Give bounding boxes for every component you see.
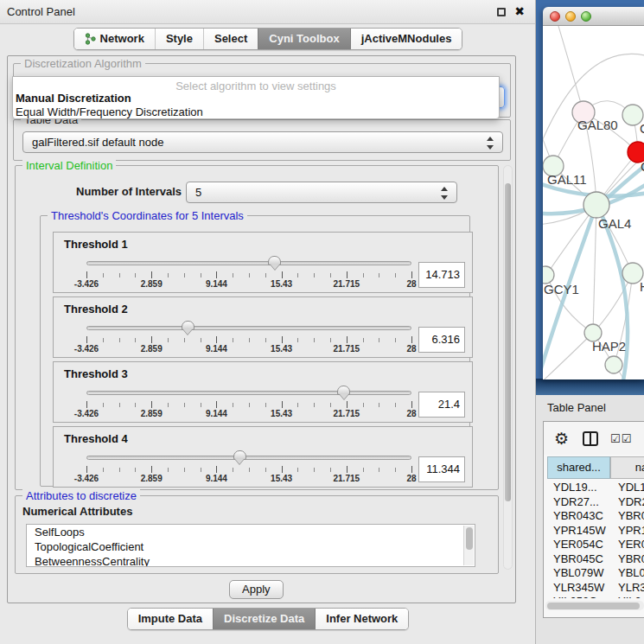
table-cell: YDR27... — [547, 495, 610, 510]
table-row[interactable]: YDL19...YDL1 — [547, 481, 644, 495]
network-node[interactable] — [605, 356, 622, 373]
threshold-slider[interactable]: -3.4262.8599.14415.4321.71528 — [86, 320, 411, 356]
dropdown-option-equal-width[interactable]: Equal Width/Frequency Discretization — [16, 105, 203, 118]
table-row[interactable]: YDR27...YDR2 — [547, 495, 644, 510]
table-cell: YBR043C — [547, 509, 610, 524]
threshold-value-field[interactable]: 6.316 — [418, 327, 465, 353]
slider-track[interactable] — [86, 391, 411, 395]
table-row[interactable]: YBL079WYBL0 — [547, 566, 644, 581]
slider-track[interactable] — [86, 326, 411, 330]
threshold-label: Threshold 2 — [64, 303, 128, 316]
table-row[interactable]: YIL052CYIL0 — [547, 595, 644, 598]
bottom-tab-segmented-control: Impute DataDiscretize DataInfer Network — [127, 608, 410, 630]
tab-infer-network[interactable]: Infer Network — [315, 609, 408, 629]
column-header-name[interactable]: na — [610, 456, 644, 479]
tab-cyni-toolbox[interactable]: Cyni Toolbox — [258, 29, 349, 49]
threshold-value-field[interactable]: 14.713 — [418, 262, 465, 288]
thresholds-group-title: Threshold's Coordinates for 5 Intervals — [48, 209, 247, 222]
main-vertical-scrollbar[interactable] — [503, 165, 513, 570]
tab-jactivemnodules[interactable]: jActiveMNodules — [350, 29, 462, 49]
number-of-intervals-label: Number of Intervals — [76, 185, 182, 198]
zoom-traffic-light-icon[interactable] — [581, 11, 591, 22]
slider-thumb[interactable] — [233, 450, 246, 460]
network-edge[interactable] — [556, 26, 583, 112]
slider-tick-label: 15.43 — [271, 474, 292, 483]
table-row[interactable]: YLR345WYLR3 — [547, 581, 644, 596]
slider-tick-label: -3.426 — [74, 344, 99, 354]
table-cell: YIL052C — [547, 595, 610, 598]
attributes-scrollbar[interactable] — [463, 526, 474, 565]
threshold-value-field[interactable]: 11.344 — [418, 456, 465, 482]
slider-track[interactable] — [86, 456, 411, 460]
table-toolbar: ⚙ ☑☑ — [544, 422, 644, 455]
table-row[interactable]: YER054CYER0 — [547, 538, 644, 552]
slider-major-tick — [282, 466, 283, 473]
close-icon[interactable]: ✖ — [514, 4, 525, 18]
table-cell: YER0 — [610, 538, 644, 552]
table-cell: YBL079W — [547, 566, 610, 581]
column-header-shared-name[interactable]: shared... — [547, 456, 610, 479]
table-cell: YIL0 — [610, 595, 644, 598]
network-node-gcy1[interactable] — [543, 266, 554, 284]
table-cell: YDL19... — [547, 481, 610, 495]
threshold-slider[interactable]: -3.4262.8599.14415.4321.71528 — [86, 450, 411, 486]
columns-icon[interactable] — [583, 431, 598, 446]
network-window-titlebar[interactable] — [543, 7, 644, 26]
threshold-slider[interactable]: -3.4262.8599.14415.4321.71528 — [86, 255, 411, 291]
table-data-combobox[interactable]: galFiltered.sif default node — [22, 131, 503, 153]
slider-tick-label: 21.715 — [334, 344, 360, 354]
float-window-icon[interactable] — [497, 8, 506, 16]
node-label: C — [641, 159, 644, 174]
close-traffic-light-icon[interactable] — [550, 11, 560, 22]
network-edge[interactable] — [593, 205, 596, 333]
tab-style[interactable]: Style — [155, 29, 203, 49]
numerical-attributes-list[interactable]: SelfLoopsTopologicalCoefficientBetweenne… — [26, 524, 475, 567]
table-row[interactable]: YPR145WYPR1 — [547, 524, 644, 539]
number-of-intervals-combobox[interactable]: 5 — [186, 182, 457, 203]
attribute-list-item[interactable]: BetweennessCentrality — [27, 554, 475, 567]
tab-select[interactable]: Select — [203, 29, 258, 49]
slider-tick-label: 2.859 — [141, 474, 163, 483]
slider-thumb[interactable] — [182, 321, 194, 330]
slider-major-tick — [411, 466, 412, 473]
node-label: GCY1 — [544, 282, 579, 296]
table-rows: YDL19...YDL1YDR27...YDR2YBR043CYBR0YPR14… — [547, 481, 644, 598]
slider-tick-label: 9.144 — [206, 279, 227, 289]
network-node-gal4[interactable] — [583, 192, 609, 218]
slider-tick-label: 28 — [406, 474, 416, 483]
table-horizontal-scrollbar[interactable] — [545, 601, 644, 610]
threshold-value-field[interactable]: 21.4 — [418, 392, 465, 418]
slider-minor-ticks — [86, 403, 411, 407]
cyni-toolbox-pane: Discretization Algorithm Select algorith… — [7, 55, 516, 603]
apply-button[interactable]: Apply — [229, 580, 284, 599]
minimize-traffic-light-icon[interactable] — [565, 11, 576, 22]
slider-major-tick — [151, 271, 152, 278]
slider-track[interactable] — [86, 261, 411, 265]
slider-thumb[interactable] — [268, 256, 281, 265]
slider-tick-label: 2.859 — [141, 409, 163, 418]
slider-thumb[interactable] — [337, 386, 350, 395]
tab-impute-data[interactable]: Impute Data — [128, 609, 213, 629]
threshold-slider[interactable]: -3.4262.8599.14415.4321.71528 — [86, 385, 411, 421]
table-data-group: Table Data galFiltered.sif default node — [13, 119, 511, 161]
slider-major-tick — [282, 401, 283, 408]
network-edge[interactable] — [598, 207, 628, 379]
table-row[interactable]: YBR043CYBR0 — [547, 509, 644, 524]
threshold-panel-3: Threshold 3-3.4262.8599.14415.4321.71528… — [53, 361, 473, 423]
gear-icon[interactable]: ⚙ — [554, 429, 569, 449]
attribute-list-item[interactable]: TopologicalCoefficient — [27, 539, 475, 554]
slider-tick-label: 2.859 — [141, 279, 163, 289]
slider-tick-label: 28 — [406, 344, 416, 354]
dropdown-option-manual-discretization[interactable]: Manual Discretization — [16, 92, 131, 105]
network-view-window: GAL80GCGAL11GAL4GCY1HHAP2 — [543, 7, 644, 379]
attribute-list-item[interactable]: SelfLoops — [27, 525, 475, 539]
slider-tick-label: 15.43 — [271, 409, 292, 418]
slider-tick-label: 9.144 — [206, 474, 227, 483]
slider-major-tick — [411, 271, 412, 278]
network-canvas[interactable]: GAL80GCGAL11GAL4GCY1HHAP2 — [543, 26, 644, 379]
select-columns-checkboxes-icon[interactable]: ☑☑ — [610, 432, 632, 445]
slider-minor-ticks — [86, 273, 411, 277]
table-row[interactable]: YBR045CYBR0 — [547, 552, 644, 567]
tab-network[interactable]: Network — [74, 29, 155, 49]
tab-discretize-data[interactable]: Discretize Data — [213, 609, 315, 629]
